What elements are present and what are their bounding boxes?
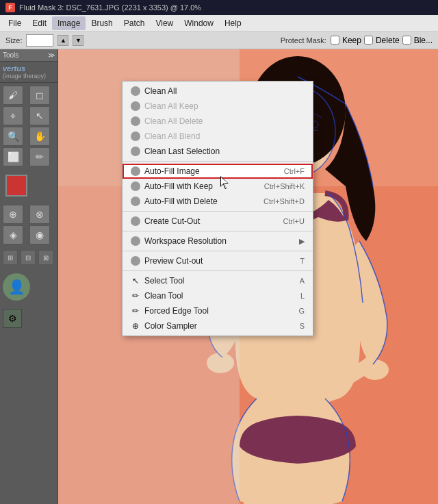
menu-auto-fill-keep[interactable]: Auto-Fill with Keep Ctrl+Shift+K bbox=[123, 179, 313, 194]
auto-fill-delete-icon bbox=[131, 197, 140, 206]
menu-clean-last-selection[interactable]: Clean Last Selection bbox=[123, 144, 313, 159]
dropdown-menu: Clean All Clean All Keep Clean All Delet… bbox=[122, 81, 313, 336]
size-label: Size: bbox=[5, 36, 22, 45]
separator-1 bbox=[123, 161, 313, 162]
separator-3 bbox=[123, 231, 313, 231]
brush-tool-btn[interactable]: 🖌 bbox=[3, 86, 23, 105]
clean-all-keep-icon bbox=[131, 101, 140, 111]
delete-checkbox[interactable] bbox=[364, 36, 373, 45]
menu-forced-edge-tool[interactable]: ✏ Forced Edge Tool G bbox=[123, 303, 313, 318]
menu-bar: File Edit Image Brush Patch View Window … bbox=[0, 15, 438, 32]
clean-tool-icon: ✏ bbox=[131, 291, 140, 301]
menu-clean-all-blend[interactable]: Clean All Blend bbox=[123, 129, 313, 144]
clean-tool-label: Clean Tool bbox=[144, 291, 183, 301]
auto-fill-delete-label: Auto-Fill with Delete bbox=[144, 197, 218, 206]
preview-cutout-icon bbox=[131, 256, 140, 266]
left-sidebar: Tools ≫ vertus (image therapy) 🖌 ◻ ⌖ ↖ 🔍… bbox=[0, 49, 58, 504]
forced-edge-tool-icon: ✏ bbox=[131, 306, 140, 316]
select-tool-label: Select Tool bbox=[144, 276, 184, 286]
pencil-tool-btn[interactable]: ✏ bbox=[29, 147, 50, 166]
extra-tool-2[interactable]: ⊗ bbox=[29, 205, 50, 224]
forced-edge-tool-shortcut: G bbox=[298, 307, 305, 315]
sidebar-top: Tools ≫ bbox=[0, 49, 57, 62]
forced-edge-tool-label: Forced Edge Tool bbox=[144, 306, 209, 316]
menu-brush[interactable]: Brush bbox=[86, 16, 118, 30]
nav-icon-1[interactable]: ⊞ bbox=[3, 250, 18, 265]
menu-workspace-resolution[interactable]: Workspace Resolution ▶ bbox=[123, 234, 313, 249]
extra-tool-1[interactable]: ⊕ bbox=[3, 205, 23, 224]
title-bar: F Fluid Mask 3: DSC_7631.JPG (2231 x 335… bbox=[0, 0, 438, 15]
vertus-logo: vertus (image therapy) bbox=[0, 62, 57, 83]
tools-grid: 🖌 ◻ ⌖ ↖ 🔍 ✋ ⬜ ✏ bbox=[0, 83, 57, 169]
menu-view[interactable]: View bbox=[150, 16, 179, 30]
select-tool-btn[interactable]: ↖ bbox=[29, 106, 50, 125]
clean-last-icon bbox=[131, 147, 140, 156]
menu-patch[interactable]: Patch bbox=[118, 16, 151, 30]
extra-tool-3[interactable]: ◈ bbox=[3, 225, 23, 244]
clean-all-icon bbox=[131, 86, 140, 96]
auto-fill-delete-shortcut: Ctrl+Shift+D bbox=[263, 197, 305, 205]
eraser-tool-btn[interactable]: ◻ bbox=[29, 86, 50, 105]
color-sampler-icon: ⊕ bbox=[131, 321, 140, 331]
extra-tool-4[interactable]: ◉ bbox=[29, 225, 50, 244]
keep-label: Keep bbox=[342, 36, 361, 45]
zoom-tool-btn[interactable]: 🔍 bbox=[3, 127, 23, 146]
menu-clean-all[interactable]: Clean All bbox=[123, 84, 313, 99]
canvas-area: Clean All Clean All Keep Clean All Delet… bbox=[58, 49, 438, 504]
app-icon: F bbox=[5, 3, 15, 12]
auto-fill-keep-icon bbox=[131, 181, 140, 191]
separator-4 bbox=[123, 251, 313, 251]
menu-file[interactable]: File bbox=[3, 16, 27, 30]
menu-create-cutout[interactable]: Create Cut-Out Ctrl+U bbox=[123, 214, 313, 229]
size-down-btn[interactable]: ▼ bbox=[73, 35, 83, 46]
menu-select-tool[interactable]: ↖ Select Tool A bbox=[123, 273, 313, 288]
blend-checkbox[interactable] bbox=[402, 36, 411, 45]
settings-icon[interactable]: ⚙ bbox=[3, 309, 22, 328]
clean-all-delete-label: Clean All Delete bbox=[144, 116, 203, 126]
protect-mask-label: Protect Mask: bbox=[281, 36, 326, 45]
window-title: Fluid Mask 3: DSC_7631.JPG (2231 x 3353)… bbox=[19, 3, 201, 12]
menu-preview-cutout[interactable]: Preview Cut-out T bbox=[123, 253, 313, 268]
foreground-color[interactable] bbox=[5, 175, 27, 197]
clean-tool-shortcut: L bbox=[300, 292, 305, 300]
menu-auto-fill-delete[interactable]: Auto-Fill with Delete Ctrl+Shift+D bbox=[123, 194, 313, 209]
menu-edit[interactable]: Edit bbox=[27, 16, 52, 30]
workspace-resolution-icon bbox=[131, 236, 140, 246]
size-up-btn[interactable]: ▲ bbox=[57, 35, 68, 46]
separator-2 bbox=[123, 211, 313, 212]
menu-auto-fill-image[interactable]: Auto-Fill Image Ctrl+F bbox=[123, 164, 313, 179]
expand-icon[interactable]: ≫ bbox=[48, 51, 55, 59]
menu-image[interactable]: Image bbox=[52, 16, 86, 30]
blend-label: Ble... bbox=[414, 36, 433, 45]
nav-icon-2[interactable]: ⊟ bbox=[21, 250, 36, 265]
menu-clean-tool[interactable]: ✏ Clean Tool L bbox=[123, 288, 313, 303]
menu-clean-all-delete[interactable]: Clean All Delete bbox=[123, 114, 313, 129]
auto-fill-image-shortcut: Ctrl+F bbox=[284, 167, 305, 175]
menu-help[interactable]: Help bbox=[219, 16, 247, 30]
create-cutout-label: Create Cut-Out bbox=[144, 216, 200, 226]
bottom-icon: ⚙ bbox=[0, 306, 57, 331]
toolbar2: Size: ▲ ▼ Protect Mask: Keep Delete Ble.… bbox=[0, 32, 438, 49]
clean-all-blend-icon bbox=[131, 131, 140, 141]
menu-window[interactable]: Window bbox=[179, 16, 219, 30]
person-icon-container: 👤 bbox=[0, 268, 57, 306]
color-sampler-shortcut: S bbox=[300, 322, 305, 330]
protect-group: Keep Delete Ble... bbox=[331, 36, 433, 45]
nav-icon-3[interactable]: ⊠ bbox=[38, 250, 53, 265]
nav-icons: ⊞ ⊟ ⊠ bbox=[0, 247, 57, 268]
hand-tool-btn[interactable]: ✋ bbox=[29, 127, 50, 146]
menu-clean-all-keep[interactable]: Clean All Keep bbox=[123, 99, 313, 114]
clean-all-blend-label: Clean All Blend bbox=[144, 131, 200, 141]
select-tool-icon: ↖ bbox=[131, 276, 140, 286]
keep-checkbox[interactable] bbox=[331, 36, 339, 45]
color-sampler-label: Color Sampler bbox=[144, 321, 197, 331]
clean-all-delete-icon bbox=[131, 116, 140, 126]
create-cutout-icon bbox=[131, 216, 140, 226]
select-tool-shortcut: A bbox=[300, 277, 305, 285]
size-input[interactable] bbox=[26, 34, 53, 47]
sidebar-bottom-tools: ⊕ ⊗ ◈ ◉ bbox=[0, 202, 57, 247]
rect-tool-btn[interactable]: ⬜ bbox=[3, 147, 23, 166]
menu-color-sampler[interactable]: ⊕ Color Sampler S bbox=[123, 318, 313, 333]
lasso-tool-btn[interactable]: ⌖ bbox=[3, 106, 23, 125]
preview-cutout-label: Preview Cut-out bbox=[144, 256, 203, 266]
